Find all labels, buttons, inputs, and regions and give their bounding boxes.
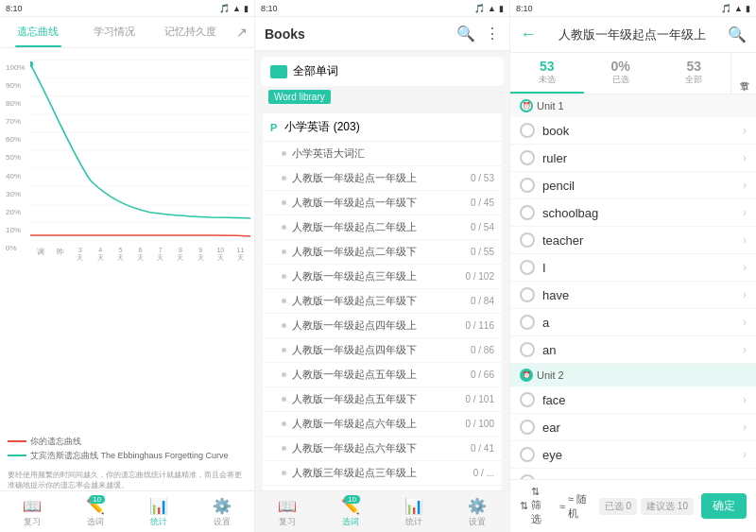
book-progress-10: 0 / 101 bbox=[465, 394, 494, 404]
word-item-have[interactable]: have › bbox=[510, 282, 756, 309]
back-button[interactable]: ← bbox=[520, 25, 537, 44]
books-search-icon[interactable]: 🔍 bbox=[456, 25, 475, 43]
word-list-search-icon[interactable]: 🔍 bbox=[728, 26, 747, 43]
book-progress-3: 0 / 54 bbox=[471, 222, 494, 232]
word-circle-an bbox=[520, 342, 535, 357]
book-item-7[interactable]: 人教版一年级起点四年级上 0 / 116 bbox=[263, 314, 502, 338]
word-item-a[interactable]: a › bbox=[510, 309, 756, 336]
wifi-icon-2: ▲ bbox=[488, 4, 496, 13]
word-item-teacher[interactable]: teacher › bbox=[510, 227, 756, 254]
stat-total[interactable]: 53 全部 bbox=[657, 53, 730, 94]
books-header: Books 🔍 ⋮ bbox=[255, 17, 509, 51]
book-item-1[interactable]: 人教版一年级起点一年级上 0 / 53 bbox=[263, 166, 502, 191]
share-button[interactable]: ↗ bbox=[229, 17, 254, 47]
book-dot-4 bbox=[282, 249, 286, 254]
nav-select-word-2[interactable]: 10 ✏️ 选词 bbox=[318, 491, 382, 532]
panel1-tabs: 遗忘曲线 学习情况 记忆持久度 ↗ bbox=[0, 17, 254, 48]
random-button[interactable]: ≈ ≈ 随机 bbox=[559, 492, 592, 521]
word-list: ⏰ Unit 1 book › ruler › pencil › schoolb… bbox=[510, 94, 756, 479]
word-item-eye[interactable]: eye › bbox=[510, 441, 756, 469]
book-item-4[interactable]: 人教版一年级起点二年级下 0 / 55 bbox=[263, 240, 502, 265]
book-name-10: 人教版一年级起点五年级下 bbox=[292, 392, 465, 406]
wifi-icon-3: ▲ bbox=[734, 4, 743, 13]
tab-forgetting-curve[interactable]: 遗忘曲线 bbox=[0, 17, 77, 47]
already-selected-badge: 已选 0 bbox=[599, 498, 637, 515]
review-icon-2: 📖 bbox=[278, 497, 297, 515]
word-item-schoolbag[interactable]: schoolbag › bbox=[510, 199, 756, 227]
word-chevron-book: › bbox=[743, 124, 747, 137]
book-name-2: 人教版一年级起点一年级下 bbox=[292, 196, 471, 210]
nav-settings-label-1: 设置 bbox=[214, 516, 231, 528]
word-item-nose[interactable]: nose › bbox=[510, 469, 756, 479]
word-item-face[interactable]: face › bbox=[510, 386, 756, 414]
book-item-2[interactable]: 人教版一年级起点一年级下 0 / 45 bbox=[263, 191, 502, 215]
random-icon: ≈ bbox=[559, 501, 565, 512]
filter-button[interactable]: ⇅ ⇅ 筛选 bbox=[520, 486, 552, 526]
books-title: Books bbox=[265, 26, 305, 42]
book-dot-13 bbox=[282, 471, 286, 475]
book-item-11[interactable]: 人教版一年级起点六年级上 0 / 100 bbox=[263, 412, 502, 437]
book-progress-2: 0 / 45 bbox=[471, 197, 494, 208]
word-item-I[interactable]: I › bbox=[510, 254, 756, 282]
unit-1-name: Unit 1 bbox=[537, 100, 564, 112]
book-dot-12 bbox=[282, 446, 286, 451]
word-item-ear[interactable]: ear › bbox=[510, 414, 756, 441]
book-dot-8 bbox=[282, 348, 286, 352]
nav-stats-1[interactable]: 📊 统计 bbox=[128, 491, 191, 532]
all-words-icon bbox=[270, 65, 287, 78]
book-name-4: 人教版一年级起点二年级下 bbox=[292, 245, 471, 259]
book-name-6: 人教版一年级起点三年级下 bbox=[292, 294, 471, 308]
filter-icon: ⇅ bbox=[520, 500, 528, 512]
nav-settings-1[interactable]: ⚙️ 设置 bbox=[191, 491, 254, 532]
forgetting-curve-chart bbox=[30, 56, 250, 245]
book-dot-11 bbox=[282, 421, 286, 426]
nav-settings-2[interactable]: ⚙️ 设置 bbox=[446, 491, 509, 532]
book-dot-0 bbox=[282, 151, 286, 156]
word-chevron-schoolbag: › bbox=[743, 206, 747, 219]
book-name-3: 人教版一年级起点二年级上 bbox=[292, 220, 471, 234]
word-item-ruler[interactable]: ruler › bbox=[510, 145, 756, 172]
select-word-badge-1: 10 bbox=[89, 495, 105, 504]
book-item-3[interactable]: 人教版一年级起点二年级上 0 / 54 bbox=[263, 215, 502, 240]
total-count: 53 bbox=[657, 59, 730, 74]
chart-area: 100%90%80%70%60% 50%40%30%20%10%0% bbox=[0, 48, 254, 430]
book-item-13[interactable]: 人教版三年级起点三年级上 0 / ... bbox=[263, 461, 502, 486]
nav-review-1[interactable]: 📖 复习 bbox=[0, 491, 63, 532]
book-dot-1 bbox=[282, 176, 286, 180]
word-list-panel: ← 人教版一年级起点一年级上 🔍 53 未选 0% 已选 53 全部 章节 bbox=[510, 17, 756, 532]
all-words-card[interactable]: 全部单词 bbox=[261, 57, 504, 86]
nav-review-2[interactable]: 📖 复习 bbox=[255, 491, 318, 532]
book-dot-2 bbox=[282, 200, 286, 205]
stat-selected[interactable]: 0% 已选 bbox=[584, 53, 658, 94]
word-text-pencil: pencil bbox=[542, 179, 743, 193]
section-title: 小学英语 (203) bbox=[284, 119, 359, 135]
all-words-label: 全部单词 bbox=[293, 63, 338, 79]
book-item-10[interactable]: 人教版一年级起点五年级下 0 / 101 bbox=[263, 387, 502, 412]
nav-select-word-1[interactable]: 10 ✏️ 选词 bbox=[63, 491, 127, 532]
book-progress-8: 0 / 86 bbox=[471, 345, 494, 355]
nav-stats-2[interactable]: 📊 统计 bbox=[383, 491, 446, 532]
word-item-book[interactable]: book › bbox=[510, 117, 756, 145]
word-item-pencil[interactable]: pencil › bbox=[510, 172, 756, 199]
book-dot-3 bbox=[282, 225, 286, 230]
confirm-button[interactable]: 确定 bbox=[701, 493, 747, 519]
books-more-icon[interactable]: ⋮ bbox=[485, 25, 500, 43]
word-text-ear: ear bbox=[542, 420, 743, 435]
book-item-6[interactable]: 人教版一年级起点三年级下 0 / 84 bbox=[263, 289, 502, 314]
book-item-0[interactable]: 小学英语大词汇 bbox=[263, 142, 502, 166]
tab-memory-duration[interactable]: 记忆持久度 bbox=[152, 17, 229, 47]
book-item-9[interactable]: 人教版一年级起点五年级上 0 / 66 bbox=[263, 363, 502, 387]
book-item-8[interactable]: 人教版一年级起点四年级下 0 / 86 bbox=[263, 338, 502, 363]
book-item-12[interactable]: 人教版一年级起点六年级下 0 / 41 bbox=[263, 437, 502, 461]
word-item-an[interactable]: an › bbox=[510, 336, 756, 364]
word-text-ruler: ruler bbox=[542, 151, 743, 165]
word-circle-teacher bbox=[520, 232, 535, 248]
tab-learning-status[interactable]: 学习情况 bbox=[77, 17, 153, 47]
word-chevron-teacher: › bbox=[743, 233, 747, 247]
ebbinghaus-curve-label: 艾宾浩斯遗忘曲线 The Ebbinghaus Forgetting Curve bbox=[30, 450, 229, 462]
review-icon-1: 📖 bbox=[23, 497, 42, 515]
books-header-icons: 🔍 ⋮ bbox=[456, 25, 500, 43]
book-item-5[interactable]: 人教版一年级起点三年级上 0 / 102 bbox=[263, 265, 502, 289]
stat-unselected[interactable]: 53 未选 bbox=[510, 53, 584, 94]
book-name-9: 人教版一年级起点五年级上 bbox=[292, 368, 471, 382]
